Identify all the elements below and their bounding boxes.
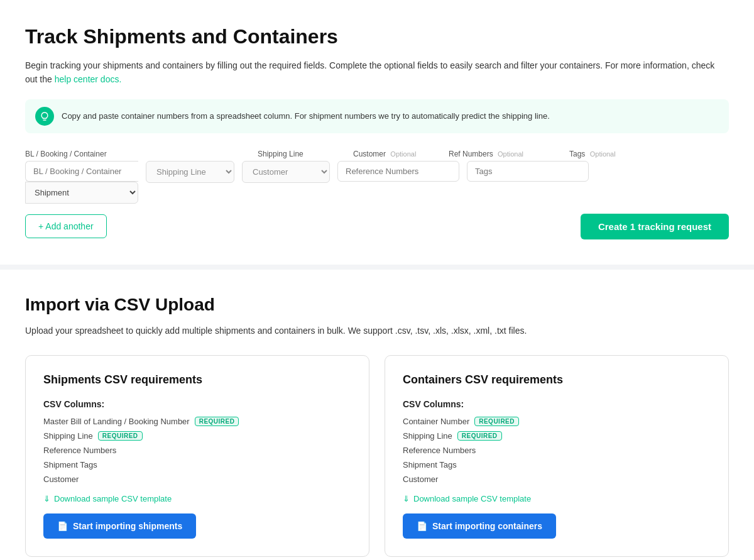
download-shipments-link[interactable]: ⇓ Download sample CSV template bbox=[43, 494, 351, 503]
hint-text: Copy and paste container numbers from a … bbox=[62, 111, 550, 121]
shipping-line-select[interactable]: Shipping Line bbox=[146, 161, 234, 183]
page-title: Track Shipments and Containers bbox=[25, 25, 729, 48]
form-input-row: Shipment Container Shipping Line Custome… bbox=[25, 161, 729, 204]
customer-label: Customer Optional bbox=[353, 150, 416, 158]
ref-input[interactable] bbox=[337, 161, 459, 182]
containers-card-title: Containers CSV requirements bbox=[403, 373, 711, 387]
description: Begin tracking your shipments and contai… bbox=[25, 58, 729, 87]
hint-box: Copy and paste container numbers from a … bbox=[25, 99, 729, 133]
list-item: Shipping Line REQUIRED bbox=[403, 431, 711, 441]
containers-col-label: CSV Columns: bbox=[403, 399, 711, 409]
containers-csv-card: Containers CSV requirements CSV Columns:… bbox=[385, 355, 729, 557]
ref-col bbox=[337, 161, 459, 182]
help-center-link[interactable]: help center docs. bbox=[55, 74, 122, 84]
create-tracking-button[interactable]: Create 1 tracking request bbox=[581, 214, 729, 239]
list-item: Reference Numbers bbox=[43, 446, 351, 455]
shipments-csv-card: Shipments CSV requirements CSV Columns: … bbox=[25, 355, 369, 557]
section-divider bbox=[0, 265, 754, 270]
import-containers-button[interactable]: 📄 Start importing containers bbox=[403, 513, 556, 539]
list-item: Customer bbox=[43, 475, 351, 484]
list-item: Customer bbox=[403, 475, 711, 484]
bl-label: BL / Booking / Container bbox=[25, 150, 107, 158]
import-section: Import via CSV Upload Upload your spread… bbox=[0, 270, 754, 560]
import-description: Upload your spreadsheet to quickly add m… bbox=[25, 324, 729, 338]
shipments-card-title: Shipments CSV requirements bbox=[43, 373, 351, 387]
download-icon: ⇓ bbox=[43, 494, 50, 503]
shipments-col-label: CSV Columns: bbox=[43, 399, 351, 409]
upload-icon: 📄 bbox=[417, 521, 427, 531]
upload-icon: 📄 bbox=[57, 521, 68, 531]
shipping-line-col: Shipping Line bbox=[146, 161, 234, 183]
form-actions: + Add another Create 1 tracking request bbox=[25, 214, 729, 239]
required-badge: REQUIRED bbox=[195, 417, 239, 426]
list-item: Shipment Tags bbox=[403, 460, 711, 469]
customer-select[interactable]: Customer bbox=[242, 161, 330, 183]
shipment-type-select[interactable]: Shipment Container bbox=[25, 182, 138, 204]
lightbulb-icon bbox=[35, 107, 54, 126]
list-item: Shipping Line REQUIRED bbox=[43, 431, 351, 441]
form-labels-row: BL / Booking / Container Shipping Line C… bbox=[25, 148, 729, 158]
list-item: Master Bill of Landing / Booking Number … bbox=[43, 417, 351, 426]
shipping-line-label: Shipping Line bbox=[258, 150, 303, 158]
download-containers-link[interactable]: ⇓ Download sample CSV template bbox=[403, 494, 711, 503]
list-item: Reference Numbers bbox=[403, 446, 711, 455]
list-item: Shipment Tags bbox=[43, 460, 351, 469]
import-shipments-button[interactable]: 📄 Start importing shipments bbox=[43, 513, 196, 539]
list-item: Container Number REQUIRED bbox=[403, 417, 711, 426]
tags-input[interactable] bbox=[467, 161, 589, 182]
tags-label: Tags Optional bbox=[569, 150, 616, 158]
import-title: Import via CSV Upload bbox=[25, 295, 729, 315]
required-badge: REQUIRED bbox=[98, 431, 143, 441]
csv-cards: Shipments CSV requirements CSV Columns: … bbox=[25, 355, 729, 557]
customer-col: Customer bbox=[242, 161, 330, 183]
download-icon: ⇓ bbox=[403, 494, 410, 503]
add-another-button[interactable]: + Add another bbox=[25, 214, 107, 238]
ref-label: Ref Numbers Optional bbox=[449, 150, 523, 158]
track-section: Track Shipments and Containers Begin tra… bbox=[0, 0, 754, 265]
required-badge: REQUIRED bbox=[474, 417, 519, 426]
description-text: Begin tracking your shipments and contai… bbox=[25, 60, 714, 84]
bl-input[interactable] bbox=[25, 161, 138, 182]
required-badge: REQUIRED bbox=[457, 431, 502, 441]
bl-container-group: Shipment Container bbox=[25, 161, 138, 204]
tags-col bbox=[467, 161, 589, 182]
